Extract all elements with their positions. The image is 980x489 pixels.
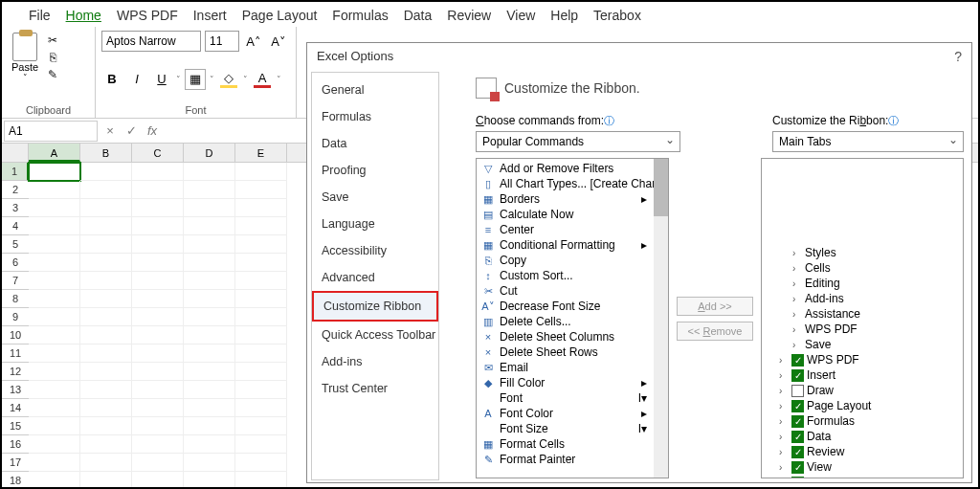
borders-button[interactable]: ▦: [185, 69, 206, 90]
row-header[interactable]: 3: [2, 199, 29, 217]
tree-tab-item[interactable]: ›✓Review: [762, 444, 963, 459]
cut-icon[interactable]: ✂: [44, 33, 61, 48]
command-item[interactable]: A˅Decrease Font Size: [477, 299, 668, 314]
checkbox[interactable]: ✓: [791, 354, 804, 367]
cell[interactable]: [80, 290, 132, 308]
remove-button[interactable]: << Remove: [677, 322, 753, 341]
row-header[interactable]: 11: [2, 345, 29, 363]
options-nav-item[interactable]: Accessibility: [312, 237, 438, 264]
command-item[interactable]: ▦Conditional Formatting▸: [477, 237, 668, 253]
command-item[interactable]: ✂Cut: [477, 283, 668, 299]
cell[interactable]: [132, 363, 184, 381]
add-button[interactable]: Add >>: [677, 297, 753, 316]
choose-commands-select[interactable]: [476, 131, 680, 152]
command-item[interactable]: ×Delete Sheet Columns: [477, 329, 668, 345]
command-item[interactable]: ▽Add or Remove Filters: [477, 161, 668, 176]
italic-button[interactable]: I: [126, 69, 147, 90]
options-nav-item[interactable]: Advanced: [312, 264, 438, 291]
row-header[interactable]: 1: [2, 163, 29, 181]
row-header[interactable]: 7: [2, 272, 29, 290]
cell[interactable]: [184, 199, 235, 217]
cell[interactable]: [132, 399, 184, 417]
fill-color-button[interactable]: ◇: [218, 69, 239, 90]
select-all-corner[interactable]: [2, 144, 29, 163]
cell[interactable]: [184, 381, 235, 399]
commands-list[interactable]: ▽Add or Remove Filters▯All Chart Types..…: [476, 158, 669, 478]
tree-subgroup[interactable]: ›Assistance: [762, 306, 963, 322]
cell[interactable]: [235, 199, 287, 217]
cell[interactable]: [29, 363, 80, 381]
row-header[interactable]: 12: [2, 363, 29, 381]
paste-button[interactable]: Paste ˅: [8, 31, 42, 84]
menu-review[interactable]: Review: [447, 8, 491, 23]
row-header[interactable]: 9: [2, 308, 29, 326]
row-header[interactable]: 5: [2, 235, 29, 254]
row-header[interactable]: 10: [2, 326, 29, 345]
command-item[interactable]: ▯All Chart Types... [Create Chart]: [477, 176, 668, 191]
cell[interactable]: [235, 454, 287, 472]
menu-view[interactable]: View: [506, 8, 535, 23]
options-nav-item[interactable]: Trust Center: [312, 375, 438, 402]
tabs-tree[interactable]: ›Styles›Cells›Editing›Add-ins›Assistance…: [761, 158, 964, 478]
cell[interactable]: [132, 345, 184, 363]
cell[interactable]: [235, 326, 287, 345]
cell[interactable]: [80, 181, 132, 199]
cell[interactable]: [29, 217, 80, 235]
command-item[interactable]: ▦Format Cells: [477, 436, 668, 452]
tree-tab-item[interactable]: ›✓View: [762, 459, 963, 475]
cell[interactable]: [235, 381, 287, 399]
info-icon[interactable]: ⓘ: [604, 115, 614, 126]
tree-subgroup[interactable]: ›Editing: [762, 276, 963, 291]
cell[interactable]: [132, 235, 184, 254]
tree-tab-item[interactable]: ›Draw: [762, 383, 963, 398]
menu-help[interactable]: Help: [550, 8, 578, 23]
menu-wps-pdf[interactable]: WPS PDF: [117, 8, 178, 23]
cell[interactable]: [80, 272, 132, 290]
cell[interactable]: [29, 181, 80, 199]
cell[interactable]: [184, 290, 235, 308]
cell[interactable]: [184, 363, 235, 381]
cell[interactable]: [132, 254, 184, 272]
underline-button[interactable]: U: [151, 69, 172, 90]
row-header[interactable]: 17: [2, 454, 29, 472]
cell[interactable]: [235, 235, 287, 254]
cell[interactable]: [235, 254, 287, 272]
cell[interactable]: [235, 163, 287, 181]
tree-subgroup[interactable]: ›Add-ins: [762, 291, 963, 306]
command-item[interactable]: ▤Calculate Now: [477, 207, 668, 222]
row-header[interactable]: 14: [2, 399, 29, 417]
cell[interactable]: [29, 235, 80, 254]
bold-button[interactable]: B: [101, 69, 122, 90]
cell[interactable]: [80, 363, 132, 381]
checkbox[interactable]: ✓: [791, 400, 804, 412]
cell[interactable]: [184, 308, 235, 326]
row-header[interactable]: 16: [2, 435, 29, 454]
cell[interactable]: [80, 308, 132, 326]
cell[interactable]: [132, 472, 184, 489]
row-header[interactable]: 4: [2, 217, 29, 235]
col-header[interactable]: D: [184, 144, 235, 162]
options-nav-item[interactable]: Save: [312, 184, 438, 211]
command-item[interactable]: ≡Center: [477, 222, 668, 237]
cell[interactable]: [184, 454, 235, 472]
command-item[interactable]: ⎘Copy: [477, 253, 668, 268]
cell[interactable]: [132, 217, 184, 235]
tree-subgroup[interactable]: ›Cells: [762, 260, 963, 276]
checkbox[interactable]: ✓: [791, 431, 804, 443]
cell[interactable]: [29, 272, 80, 290]
customize-ribbon-select[interactable]: [772, 131, 964, 152]
cell[interactable]: [184, 217, 235, 235]
cell[interactable]: [235, 272, 287, 290]
tree-tab-item[interactable]: ›✓Formulas: [762, 413, 963, 429]
options-nav-item[interactable]: General: [312, 77, 438, 103]
tree-subgroup[interactable]: ›Save: [762, 337, 963, 352]
increase-font-icon[interactable]: A˄: [243, 31, 264, 52]
cell[interactable]: [29, 290, 80, 308]
command-item[interactable]: FontI▾: [477, 390, 668, 406]
cell[interactable]: [235, 435, 287, 454]
cell[interactable]: [80, 417, 132, 435]
cell[interactable]: [29, 163, 80, 181]
options-nav-item[interactable]: Data: [312, 130, 438, 157]
format-painter-icon[interactable]: ✎: [44, 67, 61, 82]
cell[interactable]: [80, 254, 132, 272]
